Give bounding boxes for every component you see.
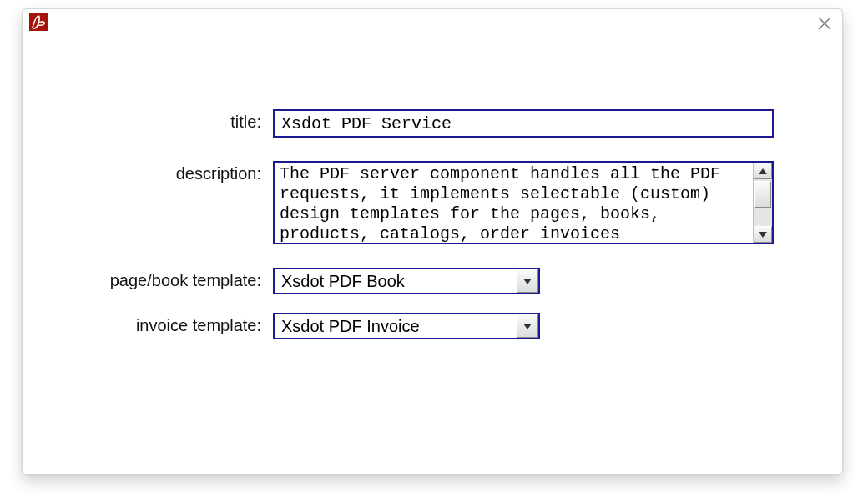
scroll-track[interactable] — [754, 179, 772, 226]
form: title: description: The PDF server compo… — [23, 109, 842, 358]
invoice-template-value: Xsdot PDF Invoice — [275, 314, 517, 338]
label-title: title: — [23, 109, 273, 132]
close-button[interactable] — [815, 14, 834, 33]
page-book-template-select[interactable]: Xsdot PDF Book — [273, 268, 540, 294]
label-invoice-template: invoice template: — [23, 313, 273, 335]
scroll-down-button[interactable] — [754, 226, 772, 243]
row-page-book-template: page/book template: Xsdot PDF Book — [23, 268, 842, 294]
title-bar — [23, 9, 842, 34]
title-input[interactable] — [273, 109, 774, 138]
scroll-thumb[interactable] — [754, 181, 771, 208]
dropdown-button-icon[interactable] — [517, 269, 538, 293]
description-scrollbar[interactable] — [753, 163, 772, 243]
description-text[interactable]: The PDF server component handles all the… — [275, 163, 753, 243]
page-book-template-value: Xsdot PDF Book — [275, 269, 517, 293]
label-description: description: — [23, 161, 273, 183]
dropdown-button-icon[interactable] — [517, 314, 538, 338]
label-page-book-template: page/book template: — [23, 268, 273, 290]
row-invoice-template: invoice template: Xsdot PDF Invoice — [23, 313, 842, 339]
row-description: description: The PDF server component ha… — [23, 161, 842, 244]
dialog-window: title: description: The PDF server compo… — [22, 8, 843, 475]
adobe-pdf-icon — [29, 13, 48, 31]
description-textarea[interactable]: The PDF server component handles all the… — [273, 161, 774, 244]
invoice-template-select[interactable]: Xsdot PDF Invoice — [273, 313, 540, 339]
row-title: title: — [23, 109, 842, 138]
scroll-up-button[interactable] — [754, 163, 772, 179]
